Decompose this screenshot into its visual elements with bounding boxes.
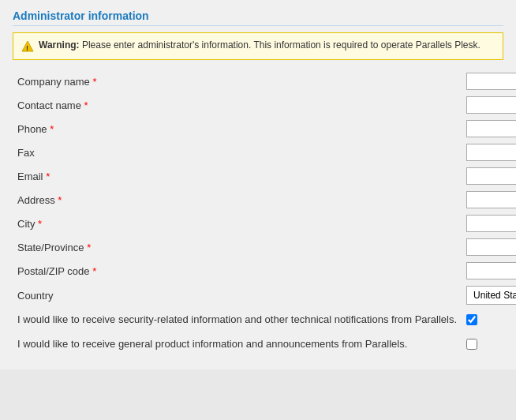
fax-input[interactable] bbox=[466, 144, 516, 161]
warning-text: Warning: Please enter administrator's in… bbox=[39, 39, 480, 51]
phone-input[interactable] bbox=[466, 120, 516, 137]
form-row-phone: Phone * bbox=[13, 117, 516, 141]
label-security-notifications: I would like to receive security-related… bbox=[13, 308, 462, 332]
state-province-input[interactable] bbox=[466, 238, 516, 256]
warning-label: Warning: bbox=[39, 39, 80, 51]
required-marker: * bbox=[87, 242, 91, 253]
warning-message: Please enter administrator's information… bbox=[82, 39, 480, 51]
form-row-general-notifications: I would like to receive general product … bbox=[13, 332, 516, 357]
input-cell-fax bbox=[462, 141, 516, 164]
input-cell-phone bbox=[462, 117, 516, 141]
form-row-country: CountryUnited StatesCanadaUnited Kingdom… bbox=[13, 283, 516, 308]
section-title: Administrator information bbox=[13, 9, 503, 26]
checkbox-cell-security-notifications bbox=[462, 308, 516, 332]
form-row-contact-name: Contact name * bbox=[13, 93, 516, 117]
label-postal-code: Postal/ZIP code * bbox=[13, 259, 462, 283]
required-marker: * bbox=[58, 194, 62, 206]
required-marker: * bbox=[46, 171, 50, 182]
form-row-email: Email * bbox=[13, 164, 516, 188]
input-cell-email bbox=[462, 164, 516, 188]
form-row-fax: Fax bbox=[13, 141, 516, 164]
warning-icon: ! bbox=[21, 40, 34, 53]
svg-text:!: ! bbox=[26, 44, 28, 52]
input-cell-city bbox=[462, 212, 516, 235]
input-cell-contact-name bbox=[462, 93, 516, 117]
email-input[interactable] bbox=[466, 167, 516, 185]
form-row-city: City * bbox=[13, 212, 516, 235]
checkbox-cell-general-notifications bbox=[462, 332, 516, 357]
country-cell: United StatesCanadaUnited KingdomAustral… bbox=[462, 283, 516, 308]
general-notifications-checkbox[interactable] bbox=[466, 339, 477, 350]
company-name-input[interactable] bbox=[466, 73, 516, 90]
required-marker: * bbox=[38, 218, 42, 230]
label-fax: Fax bbox=[13, 141, 462, 164]
postal-code-input[interactable] bbox=[466, 262, 516, 279]
label-city: City * bbox=[13, 212, 462, 235]
form-row-address: Address * bbox=[13, 188, 516, 212]
country-select[interactable]: United StatesCanadaUnited KingdomAustral… bbox=[466, 286, 516, 305]
required-marker: * bbox=[92, 76, 96, 88]
required-marker: * bbox=[84, 99, 88, 111]
contact-name-input[interactable] bbox=[466, 96, 516, 114]
form-row-security-notifications: I would like to receive security-related… bbox=[13, 308, 516, 332]
admin-info-container: Administrator information ! Warning: Ple… bbox=[0, 0, 516, 369]
input-cell-address bbox=[462, 188, 516, 212]
security-notifications-checkbox[interactable] bbox=[466, 314, 477, 325]
label-general-notifications: I would like to receive general product … bbox=[13, 332, 462, 357]
label-phone: Phone * bbox=[13, 117, 462, 141]
form-row-postal-code: Postal/ZIP code * bbox=[13, 259, 516, 283]
label-state-province: State/Province * bbox=[13, 235, 462, 259]
label-email: Email * bbox=[13, 164, 462, 188]
input-cell-postal-code bbox=[462, 259, 516, 283]
form-row-company-name: Company name * bbox=[13, 69, 516, 93]
form-table: Company name *Contact name *Phone *FaxEm… bbox=[13, 69, 516, 357]
input-cell-company-name bbox=[462, 69, 516, 93]
required-marker: * bbox=[92, 265, 96, 277]
required-marker: * bbox=[50, 123, 54, 135]
address-input[interactable] bbox=[466, 191, 516, 208]
label-country: Country bbox=[13, 283, 462, 308]
input-cell-state-province bbox=[462, 235, 516, 259]
label-contact-name: Contact name * bbox=[13, 93, 462, 117]
label-company-name: Company name * bbox=[13, 69, 462, 93]
label-address: Address * bbox=[13, 188, 462, 212]
form-row-state-province: State/Province * bbox=[13, 235, 516, 259]
city-input[interactable] bbox=[466, 215, 516, 232]
warning-box: ! Warning: Please enter administrator's … bbox=[13, 32, 503, 60]
